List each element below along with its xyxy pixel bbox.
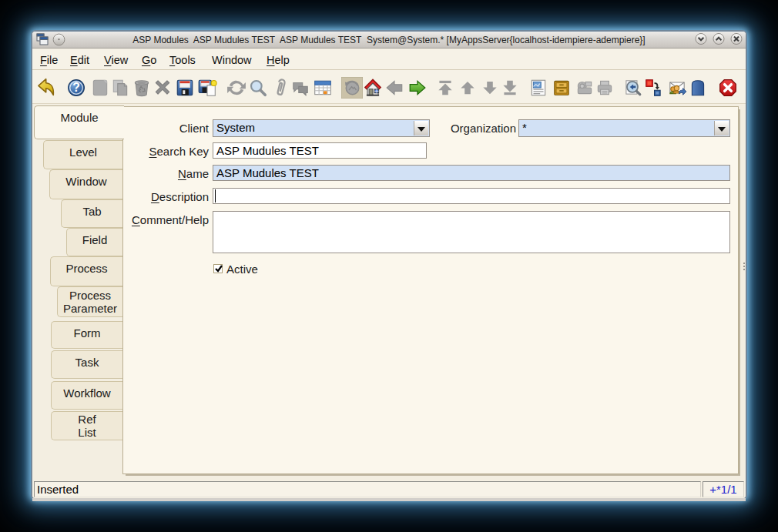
svg-text:?: ? [72, 81, 80, 94]
